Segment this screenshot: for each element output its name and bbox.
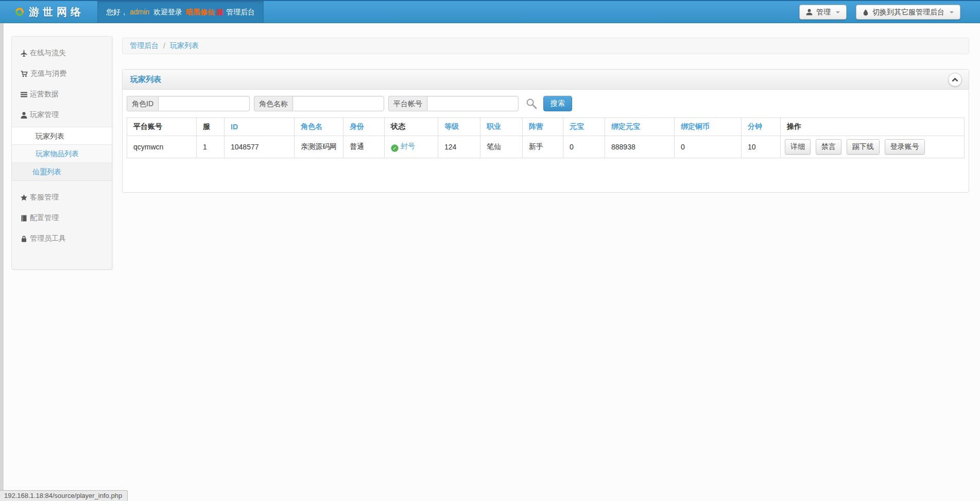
table-row: qcymwcn 1 1048577 亲测源码网 普通 ✓封号 124 笔仙 新手… <box>127 136 965 158</box>
breadcrumb-separator: / <box>163 42 165 50</box>
breadcrumb-home-link[interactable]: 管理后台 <box>130 41 159 51</box>
login-account-button[interactable]: 登录账号 <box>885 139 925 155</box>
cell-faction: 新手 <box>523 136 563 158</box>
greeting-suffix: 管理后台 <box>226 8 255 16</box>
platform-account-group: 平台帐号 <box>388 96 519 111</box>
browser-status-url: 192.168.1.18:84/source/player_info.php <box>0 490 128 501</box>
user-icon <box>21 112 27 119</box>
page-left-edge <box>0 23 4 501</box>
cell-yuanbao: 0 <box>563 136 605 158</box>
server-word: 服 <box>216 8 223 16</box>
cell-actions: 详细 禁言 踢下线 登录账号 <box>781 136 965 158</box>
cart-icon <box>21 71 28 77</box>
switch-server-dropdown-button[interactable]: 切换到其它服管理后台 <box>856 5 960 20</box>
admin-dropdown-button[interactable]: 管理 <box>799 5 847 20</box>
caret-down-icon <box>950 11 954 13</box>
main-content: 管理后台 / 玩家列表 玩家列表 角色ID 角色名称 平台帐号 <box>122 38 969 193</box>
cell-identity: 普通 <box>343 136 385 158</box>
plane-icon <box>21 50 27 57</box>
sidebar-subitem-guild-list[interactable]: 仙盟列表 <box>12 163 112 181</box>
mute-button[interactable]: 禁言 <box>816 139 841 155</box>
platform-account-label: 平台帐号 <box>388 96 427 111</box>
book-icon <box>21 215 27 222</box>
greeting-banner: 您好，admin 欢迎登录 暗黑修仙服管理后台 <box>97 1 264 23</box>
cell-role-name: 亲测源码网 <box>295 136 343 158</box>
player-table: 平台账号 服 ID 角色名 身份 状态 等级 职业 阵营 元宝 绑定元宝 绑定铜… <box>127 118 965 158</box>
panel-collapse-button[interactable] <box>948 73 962 87</box>
cell-server: 1 <box>197 136 225 158</box>
sidebar-item-recharge-consume[interactable]: 充值与消费 <box>12 63 112 84</box>
col-header-profession[interactable]: 职业 <box>480 118 523 136</box>
role-name-label: 角色名称 <box>254 96 293 111</box>
cell-status: ✓封号 <box>385 136 438 158</box>
sidebar-item-online-loss[interactable]: 在线与流失 <box>12 43 112 63</box>
cell-bound-copper: 0 <box>675 136 742 158</box>
table-header-row: 平台账号 服 ID 角色名 身份 状态 等级 职业 阵营 元宝 绑定元宝 绑定铜… <box>127 118 965 136</box>
sidebar-item-admin-tools[interactable]: 管理员工具 <box>12 228 112 249</box>
col-header-identity[interactable]: 身份 <box>343 118 385 136</box>
cell-level: 124 <box>438 136 480 158</box>
col-header-server: 服 <box>197 118 225 136</box>
sidebar-item-operation-data[interactable]: 运营数据 <box>12 84 112 105</box>
col-header-level[interactable]: 等级 <box>438 118 480 136</box>
cell-minutes: 10 <box>742 136 781 158</box>
panel-title: 玩家列表 <box>130 75 161 85</box>
sidebar-item-customer-service[interactable]: 客服管理 <box>12 187 112 208</box>
sidebar-menu: 在线与流失 充值与消费 运营数据 玩家管理 玩家列表 玩家物品列表 仙盟列表 客… <box>11 36 112 270</box>
top-navbar: 游世网络 您好，admin 欢迎登录 暗黑修仙服管理后台 管理 切换到其它服管理… <box>0 0 980 23</box>
detail-button[interactable]: 详细 <box>785 139 811 155</box>
col-header-status: 状态 <box>385 118 438 136</box>
cell-profession: 笔仙 <box>480 136 523 158</box>
col-header-minutes[interactable]: 分钟 <box>742 118 781 136</box>
sidebar-item-label: 运营数据 <box>30 90 59 99</box>
brand-name: 游世网络 <box>29 5 84 19</box>
sidebar-item-player-management[interactable]: 玩家管理 <box>12 105 112 125</box>
username: admin <box>130 8 149 16</box>
role-id-label: 角色ID <box>127 96 158 111</box>
cell-platform-account: qcymwcn <box>127 136 197 158</box>
col-header-bound-copper[interactable]: 绑定铜币 <box>675 118 742 136</box>
col-header-id[interactable]: ID <box>225 118 295 136</box>
caret-down-icon <box>836 11 840 13</box>
search-button[interactable]: 搜索 <box>543 96 572 111</box>
sidebar-item-label: 在线与流失 <box>30 48 66 58</box>
col-header-bound-yuanbao[interactable]: 绑定元宝 <box>605 118 675 136</box>
cell-id: 1048577 <box>225 136 295 158</box>
drop-icon <box>863 9 869 16</box>
sidebar-subitem-player-list[interactable]: 玩家列表 <box>12 127 112 145</box>
panel-header: 玩家列表 <box>123 70 969 90</box>
role-id-input[interactable] <box>158 96 250 111</box>
player-list-panel: 玩家列表 角色ID 角色名称 平台帐号 <box>122 69 969 193</box>
sidebar-item-config-management[interactable]: 配置管理 <box>12 208 112 228</box>
sidebar-subitem-player-items-list[interactable]: 玩家物品列表 <box>12 145 112 163</box>
platform-account-input[interactable] <box>427 96 519 111</box>
col-header-role-name[interactable]: 角色名 <box>295 118 343 136</box>
role-name-input[interactable] <box>293 96 384 111</box>
breadcrumb-current-link[interactable]: 玩家列表 <box>170 41 199 51</box>
sidebar-item-label: 充值与消费 <box>30 69 66 78</box>
server-name: 暗黑修仙 <box>186 8 215 16</box>
greeting-prefix: 您好， <box>106 8 128 16</box>
brand: 游世网络 <box>15 1 84 23</box>
col-header-actions: 操作 <box>781 118 965 136</box>
status-check-icon: ✓ <box>391 144 399 152</box>
col-header-platform-account: 平台账号 <box>127 118 197 136</box>
star-icon <box>21 194 27 201</box>
sidebar-item-label: 配置管理 <box>30 213 59 223</box>
navbar-actions: 管理 切换到其它服管理后台 <box>799 5 960 20</box>
ban-link[interactable]: 封号 <box>401 142 415 150</box>
panel-body: 角色ID 角色名称 平台帐号 搜索 <box>123 90 969 192</box>
search-icon <box>526 98 537 109</box>
greeting-mid: 欢迎登录 <box>153 8 182 16</box>
search-toolbar: 角色ID 角色名称 平台帐号 搜索 <box>127 96 965 111</box>
kick-offline-button[interactable]: 踢下线 <box>847 139 880 155</box>
sidebar-item-label: 玩家管理 <box>30 110 59 120</box>
sidebar-item-label: 管理员工具 <box>30 234 66 243</box>
col-header-yuanbao[interactable]: 元宝 <box>563 118 605 136</box>
person-icon <box>806 9 813 15</box>
brand-logo-icon <box>14 6 25 18</box>
role-name-group: 角色名称 <box>254 96 384 111</box>
sidebar-item-label: 客服管理 <box>30 193 59 202</box>
col-header-faction[interactable]: 阵营 <box>523 118 563 136</box>
role-id-group: 角色ID <box>127 96 250 111</box>
